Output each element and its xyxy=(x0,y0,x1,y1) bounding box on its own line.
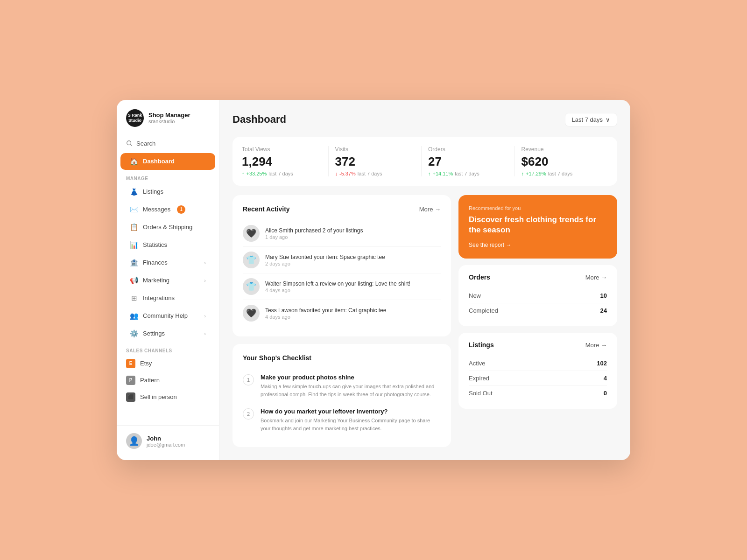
stat-visits: Visits 372 ↓ -5.37% last 7 days xyxy=(335,146,422,176)
activity-item: 👕 Mary Sue favorited your item: Space gr… xyxy=(243,247,441,273)
recommend-label: Recommended for you xyxy=(469,205,607,211)
activity-time: 2 days ago xyxy=(265,261,441,266)
chevron-right-icon: › xyxy=(204,331,206,336)
channel-pattern[interactable]: P Pattern xyxy=(117,372,219,389)
stat-total-views: Total Views 1,294 ↑ +33.25% last 7 days xyxy=(242,146,329,176)
row-label: Sold Out xyxy=(469,390,493,397)
orders-row-new: New 10 xyxy=(469,288,607,303)
channel-label: Etsy xyxy=(140,360,152,367)
user-name: John xyxy=(147,435,185,442)
row-value: 24 xyxy=(600,307,607,314)
listings-mini-card: Listings More → Active 102 Expired 4 xyxy=(458,333,617,409)
stat-label: Total Views xyxy=(242,146,322,153)
listings-row-active: Active 102 xyxy=(469,356,607,371)
activity-desc: Tess Lawson favorited your item: Cat gra… xyxy=(265,307,441,314)
checklist-desc: Bookmark and join our Marketing Your Bus… xyxy=(261,417,441,432)
activity-list: 🖤 Alice Smith purchased 2 of your listin… xyxy=(243,220,441,326)
recent-activity-card: Recent Activity More → 🖤 Alice Smith pur… xyxy=(233,195,451,336)
checklist-title: Make your product photos shine xyxy=(261,374,441,381)
change-period: last 7 days xyxy=(268,171,293,176)
card-header: Recent Activity More → xyxy=(243,205,441,213)
etsy-icon: E xyxy=(126,359,135,368)
recommend-card: Recommended for you Discover fresh cloth… xyxy=(458,195,617,259)
checklist-num: 1 xyxy=(243,374,254,385)
checklist-list: 1 Make your product photos shine Making … xyxy=(243,369,441,437)
row-label: Completed xyxy=(469,307,498,314)
checklist-title: How do you market your leftover inventor… xyxy=(261,408,441,415)
card-header: Your Shop's Checklist xyxy=(243,354,441,362)
orders-row-completed: Completed 24 xyxy=(469,303,607,318)
change-period: last 7 days xyxy=(455,171,479,176)
card-header: Orders More → xyxy=(469,273,607,281)
settings-icon: ⚙️ xyxy=(130,329,138,338)
search-icon xyxy=(126,140,133,147)
right-column: Recommended for you Discover fresh cloth… xyxy=(458,195,617,447)
channel-label: Pattern xyxy=(140,377,160,384)
activity-desc: Alice Smith purchased 2 of your listings xyxy=(265,227,441,234)
stat-value: 27 xyxy=(428,154,508,169)
main-content: Dashboard Last 7 days ∨ Total Views 1,29… xyxy=(219,100,630,460)
activity-item: 🖤 Tess Lawson favorited your item: Cat g… xyxy=(243,300,441,326)
finances-icon: 🏦 xyxy=(130,259,138,267)
logo-icon: S RankStudio xyxy=(126,109,144,127)
more-activity-button[interactable]: More → xyxy=(419,206,441,213)
sales-channels-label: Sales Channels xyxy=(117,343,219,355)
activity-desc: Walter Simpson left a review on your lis… xyxy=(265,280,441,287)
avatar: 🖤 xyxy=(243,305,260,322)
more-orders-button[interactable]: More → xyxy=(585,274,607,281)
card-title: Recent Activity xyxy=(243,205,290,213)
sidebar-item-community[interactable]: 👥 Community Help › xyxy=(120,308,215,324)
checklist-item: 1 Make your product photos shine Making … xyxy=(243,369,441,403)
sidebar-item-orders[interactable]: 📋 Orders & Shipping xyxy=(120,219,215,236)
change-period: last 7 days xyxy=(358,171,382,176)
stat-value: 1,294 xyxy=(242,154,322,169)
row-label: Active xyxy=(469,360,485,367)
channel-sell-person[interactable]: ⬛ Sell in person xyxy=(117,389,219,406)
sidebar-item-label: Community Help xyxy=(143,312,188,319)
row-value: 10 xyxy=(600,292,607,299)
sidebar-item-listings[interactable]: 👗 Listings xyxy=(120,183,215,200)
sidebar-item-finances[interactable]: 🏦 Finances › xyxy=(120,254,215,271)
see-report-link[interactable]: See the report → xyxy=(469,242,607,248)
sidebar-item-statistics[interactable]: 📊 Statistics xyxy=(120,237,215,253)
search-label: Search xyxy=(136,140,155,147)
sidebar-item-label: Dashboard xyxy=(143,158,175,165)
channel-etsy[interactable]: E Etsy xyxy=(117,355,219,372)
up-arrow-icon: ↑ xyxy=(428,171,431,176)
search-button[interactable]: Search xyxy=(117,136,219,151)
sidebar-item-marketing[interactable]: 📢 Marketing › xyxy=(120,272,215,289)
stat-value: $620 xyxy=(521,154,608,169)
stats-row: Total Views 1,294 ↑ +33.25% last 7 days … xyxy=(233,137,617,186)
listings-title: Listings xyxy=(469,341,494,349)
change-pct: +14.11% xyxy=(433,171,453,176)
svg-line-1 xyxy=(131,145,132,146)
sidebar-logo: S RankStudio Shop Manager srankstudio xyxy=(117,109,219,136)
activity-time: 1 day ago xyxy=(265,234,441,240)
sidebar-item-label: Messages xyxy=(143,206,170,213)
sidebar-item-messages[interactable]: ✉️ Messages 1 xyxy=(120,201,215,218)
more-listings-button[interactable]: More → xyxy=(585,342,607,349)
row-value: 0 xyxy=(604,390,607,397)
chevron-right-icon: › xyxy=(204,278,206,283)
stat-change: ↑ +17.29% last 7 days xyxy=(521,171,608,176)
activity-time: 4 days ago xyxy=(265,314,441,320)
chevron-right-icon: › xyxy=(204,260,206,266)
date-filter-button[interactable]: Last 7 days ∨ xyxy=(565,113,618,126)
manage-section-label: Manage xyxy=(117,170,219,183)
orders-icon: 📋 xyxy=(130,223,138,231)
change-pct: -5.37% xyxy=(339,171,356,176)
user-email: jdoe@gmail.com xyxy=(147,442,185,448)
listings-rows: Active 102 Expired 4 Sold Out 0 xyxy=(469,356,607,400)
sidebar-item-integrations[interactable]: ⊞ Integrations xyxy=(120,290,215,307)
sidebar-item-settings[interactable]: ⚙️ Settings › xyxy=(120,325,215,342)
sidebar: S RankStudio Shop Manager srankstudio Se… xyxy=(117,100,219,460)
sidebar-item-label: Integrations xyxy=(143,294,175,301)
row-label: New xyxy=(469,292,481,299)
row-value: 4 xyxy=(604,375,607,382)
checklist-item: 2 How do you market your leftover invent… xyxy=(243,403,441,437)
messages-badge: 1 xyxy=(177,205,185,214)
chevron-right-icon: › xyxy=(204,313,206,319)
stat-change: ↑ +33.25% last 7 days xyxy=(242,171,322,176)
avatar: 👕 xyxy=(243,252,260,268)
sidebar-item-dashboard[interactable]: 🏠 Dashboard xyxy=(120,153,215,170)
